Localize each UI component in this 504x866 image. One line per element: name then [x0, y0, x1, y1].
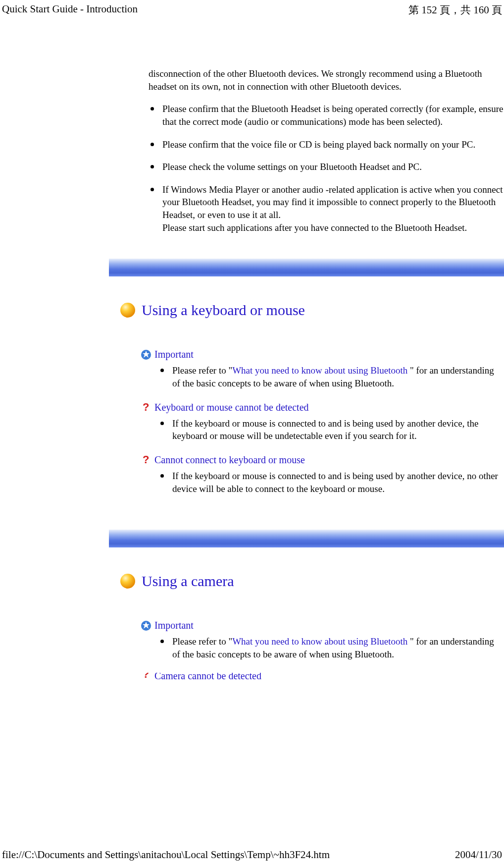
section-title: Using a keyboard or mouse: [142, 302, 305, 319]
question-title: Cannot connect to keyboard or mouse: [154, 454, 305, 466]
list-item: Please refer to "What you need to know a…: [158, 635, 504, 660]
list-item: Please check the volume settings on your…: [149, 161, 504, 173]
footer-date: 2004/11/30: [455, 849, 502, 861]
document-title: Quick Start Guide - Introduction: [2, 3, 138, 17]
camera-section: Using a camera Important Please refer to…: [149, 530, 504, 679]
list-item: If the keyboard or mouse is connected to…: [158, 417, 504, 442]
camera-content: Important Please refer to "What you need…: [149, 620, 504, 679]
section-heading-keyboard: Using a keyboard or mouse: [119, 301, 504, 319]
section-divider-bar: [109, 530, 504, 547]
svg-point-4: [120, 574, 135, 589]
question-heading: ? Keyboard or mouse cannot be detected: [141, 402, 504, 413]
star-icon: [141, 620, 151, 631]
question-title: Keyboard or mouse cannot be detected: [154, 402, 309, 413]
section-divider-bar: [109, 259, 504, 276]
page-footer: file://C:\Documents and Settings\anitach…: [2, 849, 502, 861]
svg-text:?: ?: [143, 454, 149, 465]
svg-text:?: ?: [143, 402, 149, 413]
list-item: If the keyboard or mouse is connected to…: [158, 470, 504, 495]
intro-paragraph: disconnection of the other Bluetooth dev…: [149, 67, 504, 93]
page-label-post: 頁: [489, 4, 502, 16]
important-list: Please refer to "What you need to know a…: [158, 364, 504, 389]
page-label-mid: 頁，共: [437, 4, 474, 16]
content-area: disconnection of the other Bluetooth dev…: [0, 17, 504, 680]
answer-list: If the keyboard or mouse is connected to…: [158, 470, 504, 495]
important-label: Important: [154, 620, 194, 631]
troubleshoot-list: Please confirm that the Bluetooth Headse…: [149, 103, 504, 234]
page-current: 152: [421, 4, 437, 16]
bluetooth-link[interactable]: What you need to know about using Blueto…: [232, 636, 407, 647]
section-heading-camera: Using a camera: [119, 572, 504, 590]
text-pre: Please refer to ": [172, 636, 232, 647]
question-icon: ?: [141, 402, 151, 413]
bluetooth-link[interactable]: What you need to know about using Blueto…: [232, 365, 407, 376]
keyboard-content: Important Please refer to "What you need…: [149, 349, 504, 495]
page-counter: 第 152 頁，共 160 頁: [408, 3, 502, 17]
important-list: Please refer to "What you need to know a…: [158, 635, 504, 660]
page-header: Quick Start Guide - Introduction 第 152 頁…: [0, 0, 504, 17]
orb-icon: [119, 301, 137, 319]
important-label: Important: [154, 349, 194, 360]
page-label-pre: 第: [408, 4, 421, 16]
section-title: Using a camera: [142, 573, 234, 590]
text-pre: Please refer to ": [172, 365, 232, 376]
star-icon: [141, 349, 151, 360]
question-heading: ? Cannot connect to keyboard or mouse: [141, 454, 504, 466]
question-title: Camera cannot be detected: [154, 673, 261, 680]
svg-point-0: [120, 303, 135, 318]
question-icon: ?: [141, 673, 151, 680]
list-item: Please refer to "What you need to know a…: [158, 364, 504, 389]
question-heading-truncated: ? Camera cannot be detected: [141, 673, 504, 680]
orb-icon: [119, 572, 137, 590]
page-total: 160: [473, 4, 489, 16]
list-item: Please confirm that the voice file or CD…: [149, 138, 504, 151]
svg-text:?: ?: [143, 673, 149, 680]
list-item: Please confirm that the Bluetooth Headse…: [149, 103, 504, 128]
important-heading: Important: [141, 620, 504, 631]
important-heading: Important: [141, 349, 504, 360]
answer-list: If the keyboard or mouse is connected to…: [158, 417, 504, 442]
question-icon: ?: [141, 454, 151, 465]
file-path: file://C:\Documents and Settings\anitach…: [2, 849, 330, 861]
list-item: If Windows Media Player or another audio…: [149, 183, 504, 234]
